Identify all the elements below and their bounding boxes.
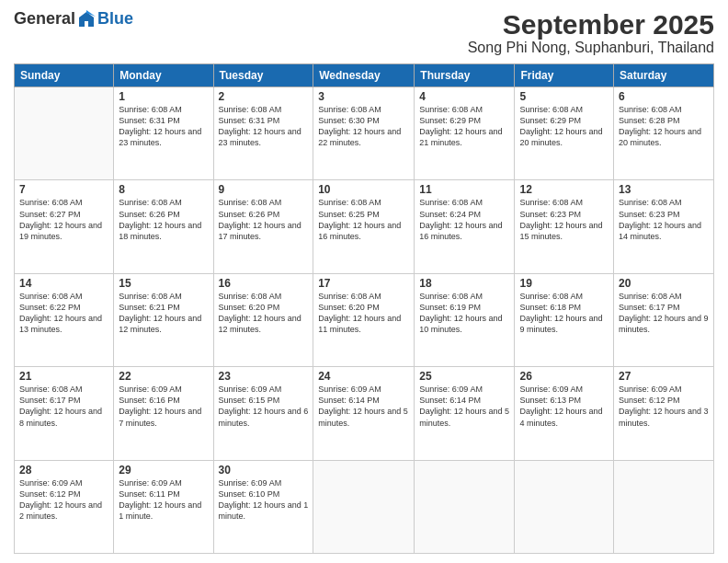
day-number: 4 (419, 90, 509, 103)
calendar-cell: 14Sunrise: 6:08 AMSunset: 6:22 PMDayligh… (15, 273, 114, 366)
calendar-cell (15, 87, 114, 180)
calendar-cell: 21Sunrise: 6:08 AMSunset: 6:17 PMDayligh… (15, 367, 114, 460)
calendar-cell: 24Sunrise: 6:09 AMSunset: 6:14 PMDayligh… (313, 367, 415, 460)
calendar-cell (313, 460, 415, 553)
page-subtitle: Song Phi Nong, Suphanburi, Thailand (468, 40, 714, 56)
calendar-cell: 30Sunrise: 6:09 AMSunset: 6:10 PMDayligh… (213, 460, 313, 553)
day-info: Sunrise: 6:08 AMSunset: 6:19 PMDaylight:… (419, 291, 509, 336)
day-info: Sunrise: 6:08 AMSunset: 6:26 PMDaylight:… (219, 197, 309, 242)
day-info: Sunrise: 6:09 AMSunset: 6:10 PMDaylight:… (219, 477, 309, 523)
day-info: Sunrise: 6:08 AMSunset: 6:26 PMDaylight:… (119, 197, 208, 242)
day-info: Sunrise: 6:08 AMSunset: 6:31 PMDaylight:… (119, 104, 208, 149)
calendar-cell: 28Sunrise: 6:09 AMSunset: 6:12 PMDayligh… (15, 460, 114, 553)
day-info: Sunrise: 6:09 AMSunset: 6:13 PMDaylight:… (519, 384, 609, 429)
calendar-cell: 2Sunrise: 6:08 AMSunset: 6:31 PMDaylight… (213, 87, 313, 180)
calendar-cell (515, 460, 614, 553)
day-number: 16 (219, 277, 309, 290)
calendar-cell: 16Sunrise: 6:08 AMSunset: 6:20 PMDayligh… (213, 273, 313, 366)
day-info: Sunrise: 6:09 AMSunset: 6:12 PMDaylight:… (19, 477, 108, 523)
day-info: Sunrise: 6:09 AMSunset: 6:15 PMDaylight:… (219, 384, 309, 429)
day-number: 18 (419, 277, 509, 290)
day-number: 10 (318, 183, 409, 196)
day-info: Sunrise: 6:08 AMSunset: 6:22 PMDaylight:… (19, 291, 108, 336)
day-number: 21 (19, 370, 108, 383)
calendar-week-row: 7Sunrise: 6:08 AMSunset: 6:27 PMDaylight… (15, 180, 714, 273)
calendar-cell: 13Sunrise: 6:08 AMSunset: 6:23 PMDayligh… (614, 180, 714, 273)
day-info: Sunrise: 6:08 AMSunset: 6:20 PMDaylight:… (318, 291, 409, 336)
calendar-cell: 1Sunrise: 6:08 AMSunset: 6:31 PMDaylight… (114, 87, 213, 180)
day-info: Sunrise: 6:09 AMSunset: 6:11 PMDaylight:… (119, 477, 208, 523)
calendar-cell: 3Sunrise: 6:08 AMSunset: 6:30 PMDaylight… (313, 87, 415, 180)
calendar-cell: 26Sunrise: 6:09 AMSunset: 6:13 PMDayligh… (515, 367, 614, 460)
calendar-cell: 27Sunrise: 6:09 AMSunset: 6:12 PMDayligh… (614, 367, 714, 460)
calendar-cell: 22Sunrise: 6:09 AMSunset: 6:16 PMDayligh… (114, 367, 213, 460)
day-number: 30 (219, 464, 309, 477)
day-number: 8 (119, 183, 208, 196)
day-info: Sunrise: 6:08 AMSunset: 6:29 PMDaylight:… (419, 104, 509, 149)
day-info: Sunrise: 6:08 AMSunset: 6:27 PMDaylight:… (19, 197, 108, 242)
calendar-cell: 17Sunrise: 6:08 AMSunset: 6:20 PMDayligh… (313, 273, 415, 366)
day-info: Sunrise: 6:08 AMSunset: 6:24 PMDaylight:… (419, 197, 509, 242)
day-info: Sunrise: 6:08 AMSunset: 6:25 PMDaylight:… (318, 197, 409, 242)
logo-icon (77, 10, 96, 29)
day-number: 23 (219, 370, 309, 383)
day-info: Sunrise: 6:08 AMSunset: 6:23 PMDaylight:… (619, 197, 709, 242)
day-info: Sunrise: 6:09 AMSunset: 6:14 PMDaylight:… (419, 384, 509, 429)
day-number: 28 (19, 464, 108, 477)
day-info: Sunrise: 6:09 AMSunset: 6:12 PMDaylight:… (619, 384, 709, 429)
day-number: 26 (519, 370, 609, 383)
weekday-header: Thursday (415, 64, 515, 87)
calendar-cell: 4Sunrise: 6:08 AMSunset: 6:29 PMDaylight… (415, 87, 515, 180)
day-number: 3 (318, 90, 409, 103)
page-title: September 2025 (468, 9, 714, 40)
day-number: 5 (519, 90, 609, 103)
day-number: 20 (619, 277, 709, 290)
day-info: Sunrise: 6:08 AMSunset: 6:18 PMDaylight:… (519, 291, 609, 336)
calendar-cell: 7Sunrise: 6:08 AMSunset: 6:27 PMDaylight… (15, 180, 114, 273)
day-number: 7 (19, 183, 108, 196)
logo-general-text: General (14, 9, 75, 29)
day-number: 1 (119, 90, 208, 103)
day-number: 13 (619, 183, 709, 196)
calendar-body: 1Sunrise: 6:08 AMSunset: 6:31 PMDaylight… (15, 87, 714, 554)
day-info: Sunrise: 6:08 AMSunset: 6:29 PMDaylight:… (519, 104, 609, 149)
weekday-header: Wednesday (313, 64, 415, 87)
calendar-cell (614, 460, 714, 553)
day-info: Sunrise: 6:09 AMSunset: 6:16 PMDaylight:… (119, 384, 208, 429)
day-number: 11 (419, 183, 509, 196)
calendar-cell (415, 460, 515, 553)
day-number: 12 (519, 183, 609, 196)
weekday-header: Tuesday (213, 64, 313, 87)
day-info: Sunrise: 6:08 AMSunset: 6:28 PMDaylight:… (619, 104, 709, 149)
calendar-table: SundayMondayTuesdayWednesdayThursdayFrid… (14, 63, 714, 554)
logo: General Blue (14, 9, 133, 29)
weekday-header: Monday (114, 64, 213, 87)
day-info: Sunrise: 6:09 AMSunset: 6:14 PMDaylight:… (318, 384, 409, 429)
day-info: Sunrise: 6:08 AMSunset: 6:17 PMDaylight:… (19, 384, 108, 429)
day-number: 25 (419, 370, 509, 383)
calendar-cell: 20Sunrise: 6:08 AMSunset: 6:17 PMDayligh… (614, 273, 714, 366)
logo-blue-text: Blue (97, 9, 133, 29)
day-info: Sunrise: 6:08 AMSunset: 6:21 PMDaylight:… (119, 291, 208, 336)
day-number: 14 (19, 277, 108, 290)
title-block: September 2025 Song Phi Nong, Suphanburi… (468, 9, 714, 56)
calendar-cell: 10Sunrise: 6:08 AMSunset: 6:25 PMDayligh… (313, 180, 415, 273)
day-number: 9 (219, 183, 309, 196)
day-number: 29 (119, 464, 208, 477)
day-number: 22 (119, 370, 208, 383)
day-number: 24 (318, 370, 409, 383)
weekday-header: Friday (515, 64, 614, 87)
calendar-cell: 29Sunrise: 6:09 AMSunset: 6:11 PMDayligh… (114, 460, 213, 553)
calendar-cell: 5Sunrise: 6:08 AMSunset: 6:29 PMDaylight… (515, 87, 614, 180)
calendar-cell: 15Sunrise: 6:08 AMSunset: 6:21 PMDayligh… (114, 273, 213, 366)
calendar-week-row: 14Sunrise: 6:08 AMSunset: 6:22 PMDayligh… (15, 273, 714, 366)
calendar-cell: 18Sunrise: 6:08 AMSunset: 6:19 PMDayligh… (415, 273, 515, 366)
page: General Blue September 2025 Song Phi Non… (0, 0, 728, 563)
calendar-cell: 23Sunrise: 6:09 AMSunset: 6:15 PMDayligh… (213, 367, 313, 460)
calendar-cell: 8Sunrise: 6:08 AMSunset: 6:26 PMDaylight… (114, 180, 213, 273)
calendar-week-row: 21Sunrise: 6:08 AMSunset: 6:17 PMDayligh… (15, 367, 714, 460)
calendar-cell: 9Sunrise: 6:08 AMSunset: 6:26 PMDaylight… (213, 180, 313, 273)
weekday-header: Sunday (15, 64, 114, 87)
day-info: Sunrise: 6:08 AMSunset: 6:23 PMDaylight:… (519, 197, 609, 242)
calendar-header: SundayMondayTuesdayWednesdayThursdayFrid… (15, 64, 714, 87)
